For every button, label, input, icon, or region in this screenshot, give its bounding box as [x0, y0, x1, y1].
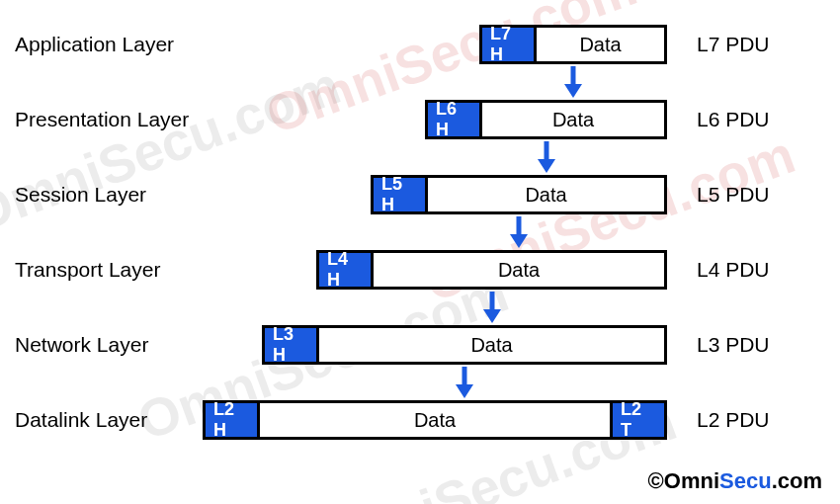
pdu-label: L7 PDU [697, 33, 815, 56]
packet: L5 HData [371, 175, 667, 214]
packet-data: Data [482, 103, 664, 136]
copyright-symbol: © [648, 468, 664, 493]
layer-row: Transport LayerL4 HDataL4 PDU [15, 250, 825, 290]
layer-name: Transport Layer [15, 258, 203, 282]
packet-data: Data [374, 253, 664, 287]
down-arrow-icon [454, 365, 475, 400]
credit-secu: Secu [719, 468, 772, 493]
down-arrow-icon [508, 214, 530, 250]
packet-area: L5 HData [203, 175, 667, 214]
layer-row: Application LayerL7 HDataL7 PDU [15, 25, 825, 64]
packet-data: Data [537, 28, 664, 61]
pdu-label: L2 PDU [697, 408, 815, 432]
packet-header: L2 H [206, 403, 260, 437]
packet-header: L4 H [319, 253, 374, 287]
packet: L4 HData [316, 250, 667, 290]
packet: L6 HData [425, 100, 667, 139]
down-arrow-icon [562, 64, 584, 100]
encapsulation-diagram: Application LayerL7 HDataL7 PDUPresentat… [15, 25, 825, 440]
packet: L3 HData [262, 325, 667, 365]
packet-area: L7 HData [203, 25, 667, 64]
layer-name: Session Layer [15, 183, 203, 207]
layer-row: Session LayerL5 HDataL5 PDU [15, 175, 825, 214]
packet-header: L7 H [482, 28, 537, 61]
packet-area: L2 HDataL2 T [203, 400, 667, 440]
credit-omni: Omni [664, 468, 719, 493]
pdu-label: L6 PDU [697, 108, 815, 131]
packet-data: Data [319, 328, 664, 362]
packet: L7 HData [479, 25, 667, 64]
svg-marker-5 [510, 234, 528, 248]
layer-name: Application Layer [15, 33, 203, 56]
svg-marker-1 [564, 84, 582, 98]
svg-marker-7 [483, 309, 501, 323]
packet-area: L6 HData [203, 100, 667, 139]
pdu-label: L3 PDU [697, 333, 815, 357]
pdu-label: L4 PDU [697, 258, 815, 282]
credit-dotcom: .com [772, 468, 822, 493]
packet-header: L6 H [428, 103, 482, 136]
layer-name: Network Layer [15, 333, 203, 357]
packet-data: Data [260, 403, 610, 437]
down-arrow-icon [481, 290, 503, 325]
layer-name: Presentation Layer [15, 108, 203, 131]
layer-name: Datalink Layer [15, 408, 203, 432]
layer-row: Datalink LayerL2 HDataL2 TL2 PDU [15, 400, 825, 440]
packet: L2 HDataL2 T [203, 400, 667, 440]
pdu-label: L5 PDU [697, 183, 815, 207]
packet-header: L5 H [374, 178, 428, 211]
layer-row: Presentation LayerL6 HDataL6 PDU [15, 100, 825, 139]
packet-header: L3 H [265, 328, 319, 362]
packet-trailer: L2 T [610, 403, 664, 437]
svg-marker-3 [538, 159, 555, 173]
credit-line: ©OmniSecu.com [648, 468, 822, 494]
packet-area: L3 HData [203, 325, 667, 365]
layer-row: Network LayerL3 HDataL3 PDU [15, 325, 825, 365]
svg-marker-9 [456, 384, 473, 398]
packet-data: Data [428, 178, 664, 211]
down-arrow-icon [536, 139, 557, 175]
packet-area: L4 HData [203, 250, 667, 290]
